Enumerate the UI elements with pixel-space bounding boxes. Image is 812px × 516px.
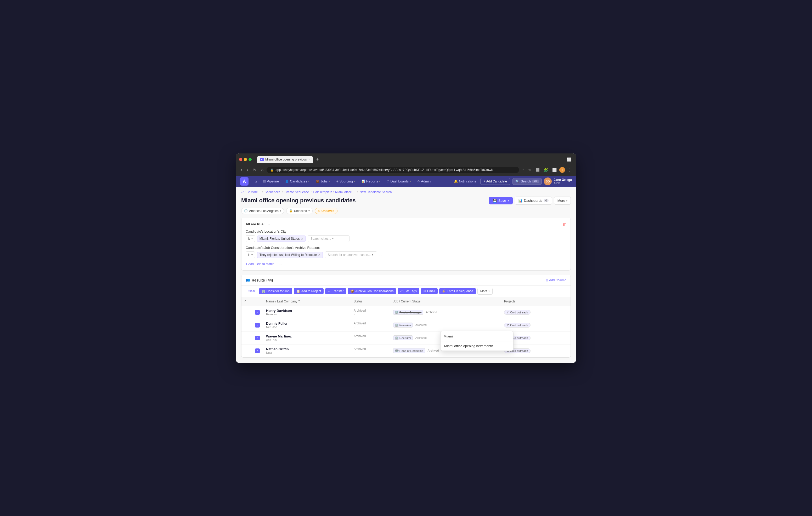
nav-jobs[interactable]: 💼 Jobs ▾ xyxy=(313,176,333,187)
tags-icon: 🏷 xyxy=(400,290,403,293)
row-2-checkbox[interactable]: ✓ xyxy=(255,323,260,328)
dropdown-search-input[interactable] xyxy=(444,334,510,338)
add-to-project-button[interactable]: 📋 Add to Project xyxy=(294,288,324,294)
add-column-button[interactable]: ⊞ Add Column xyxy=(546,278,567,282)
avatar[interactable]: JO xyxy=(544,178,552,185)
address-bar[interactable]: 🔒 app.ashbyhq.com/reports/saved/d5f83984… xyxy=(267,167,519,173)
search-archive-reason-input[interactable]: Search for an archive reason... ▾ xyxy=(325,251,377,258)
archive-job-considerations-button[interactable]: 📦 Archive Job Considerations xyxy=(348,288,396,294)
nav-pipeline[interactable]: ▤ Pipeline xyxy=(260,176,282,187)
job-icon: 🏢 xyxy=(395,310,399,314)
add-field-button[interactable]: + Add Field to Match xyxy=(245,262,274,266)
jobs-icon: 💼 xyxy=(316,180,319,183)
notifications-button[interactable]: 🔔 Notifications xyxy=(452,179,478,184)
row-3-checkbox[interactable]: ✓ xyxy=(255,336,260,340)
sidebar-icon[interactable]: ⬜ xyxy=(551,167,558,173)
close-window-button[interactable] xyxy=(239,158,242,161)
set-tags-button[interactable]: 🏷 Set Tags xyxy=(398,288,419,294)
filter-header-dots[interactable]: ··· xyxy=(267,222,270,226)
enroll-sequence-button[interactable]: ⚡ Enroll in Sequence xyxy=(439,288,476,294)
breadcrumb-more[interactable]: 2 More... xyxy=(248,190,260,194)
unlocked-chip[interactable]: 🔓 Unlocked ▾ xyxy=(286,208,313,214)
back-button[interactable]: ‹ xyxy=(239,166,243,173)
extension-icon[interactable]: 🅰 xyxy=(534,167,541,173)
breadcrumb-edit-template[interactable]: Edit Template • Miami office ... xyxy=(313,190,355,194)
global-search-bar[interactable]: 🔍 Search ⌘K xyxy=(513,178,542,185)
enroll-label: Enroll in Sequence xyxy=(447,290,473,293)
nav-home[interactable]: ⌂ xyxy=(252,176,260,187)
archive-reason-operator-select[interactable]: is ▾ xyxy=(245,251,255,258)
dropdown-item-miami[interactable]: Miami office opening next month xyxy=(440,341,513,351)
tag-icon: 🏷 xyxy=(506,324,509,327)
puzzle-icon[interactable]: 🧩 xyxy=(542,167,550,173)
job-tag[interactable]: 🏢 Recruiter xyxy=(393,335,413,340)
user-info[interactable]: Jane Ortega Acme xyxy=(554,178,572,185)
active-tab[interactable]: A Miami office opening previous × xyxy=(257,156,313,163)
clear-button[interactable]: Clear xyxy=(245,288,257,294)
row-2-num xyxy=(241,318,252,331)
nav-admin[interactable]: ⚙ Admin xyxy=(414,176,434,187)
archive-reason-field-dots[interactable]: ··· xyxy=(322,246,325,250)
forward-button[interactable]: › xyxy=(245,166,250,173)
search-cities-input[interactable]: Search cities... ▾ xyxy=(308,235,349,242)
timezone-chip[interactable]: 🕐 America/Los Angeles ▾ xyxy=(241,208,284,214)
city-operator-select[interactable]: is ▾ xyxy=(245,235,255,242)
refresh-button[interactable]: ↻ xyxy=(252,166,258,174)
notifications-label: Notifications xyxy=(459,180,476,183)
menu-dots-icon[interactable]: ⋮ xyxy=(566,167,573,173)
nav-reports[interactable]: 📊 Reports ▾ xyxy=(358,176,384,187)
candidate-name[interactable]: Henry Davidson xyxy=(266,309,347,313)
app-logo[interactable]: A xyxy=(240,177,249,186)
results-section: 👥 Results (44) ⊞ Add Column Clear 🏢 Cons… xyxy=(241,275,571,358)
job-tag[interactable]: 🏢 Product Manager xyxy=(393,310,423,315)
job-tag[interactable]: 🏢 Recruiter xyxy=(393,323,413,328)
archive-reason-tag-remove-icon[interactable]: × xyxy=(318,253,320,257)
delete-filter-button[interactable]: 🗑 xyxy=(562,222,567,227)
save-button[interactable]: 💾 Save ▾ xyxy=(489,197,513,205)
share-icon[interactable]: ↑ xyxy=(521,167,526,173)
candidate-name[interactable]: Nathan Griffin xyxy=(266,347,347,351)
home-button[interactable]: ⌂ xyxy=(260,166,265,173)
fullscreen-window-button[interactable] xyxy=(249,158,252,161)
archive-row-dots[interactable]: ··· xyxy=(379,253,382,257)
job-tag[interactable]: 🏢 Head of Recruiting xyxy=(393,348,425,353)
candidate-name[interactable]: Wayne Martinez xyxy=(266,334,347,338)
window-minimize-icon[interactable]: ⬜ xyxy=(565,156,573,162)
set-tags-label: Set Tags xyxy=(404,290,416,293)
archive-icon: 📦 xyxy=(350,290,354,293)
breadcrumb-sequences[interactable]: Sequences xyxy=(265,190,281,194)
minimize-window-button[interactable] xyxy=(244,158,247,161)
name-sort-icon[interactable]: ⇅ xyxy=(298,300,301,303)
city-tag-remove-icon[interactable]: × xyxy=(301,237,303,241)
nav-dashboards[interactable]: ⬡ Dashboards ▾ xyxy=(383,176,414,187)
nav-candidates[interactable]: 👤 Candidates ▾ xyxy=(282,176,313,187)
row-4-checkbox[interactable]: ✓ xyxy=(255,348,260,353)
profile-icon[interactable]: T xyxy=(559,167,565,173)
more-button[interactable]: More ▾ xyxy=(554,196,571,205)
bookmark-icon[interactable]: ☆ xyxy=(527,167,533,173)
email-button[interactable]: ✉ Email xyxy=(421,288,438,294)
transfer-button[interactable]: ↔ Transfer xyxy=(325,288,346,294)
breadcrumb-create-sequence[interactable]: Create Sequence xyxy=(285,190,309,194)
status-value: Archived xyxy=(354,334,387,338)
city-row-dots[interactable]: ··· xyxy=(352,237,355,241)
nav-sourcing[interactable]: ◈ Sourcing ▾ xyxy=(333,176,358,187)
toolbar-more-button[interactable]: More ▾ xyxy=(477,288,493,295)
table-row: ✓ Dennis Fuller NetBase Archived - xyxy=(241,318,571,331)
row-1-checkbox[interactable]: ✓ xyxy=(255,310,260,315)
consider-for-job-button[interactable]: 🏢 Consider for Job xyxy=(259,288,292,294)
unsaved-chip[interactable]: ⚠ Unsaved xyxy=(315,208,338,214)
row-3-checkbox-cell: ✓ xyxy=(252,331,263,344)
candidate-name[interactable]: Dennis Fuller xyxy=(266,322,347,326)
tab-close-icon[interactable]: × xyxy=(309,158,310,161)
city-operator-chevron-icon: ▾ xyxy=(252,237,253,240)
new-tab-button[interactable]: + xyxy=(314,156,321,163)
results-table: 4 Name / Last Company ⇅ Status xyxy=(241,297,571,357)
add-field-dots[interactable]: ··· xyxy=(279,262,282,266)
breadcrumb-new-candidate-search[interactable]: New Candidate Search xyxy=(359,190,392,194)
city-field-dots[interactable]: ··· xyxy=(290,230,293,234)
add-candidate-button[interactable]: + Add Candidate xyxy=(480,178,511,185)
breadcrumb-back-icon[interactable]: ↩ xyxy=(241,190,244,194)
candidate-name-cell: Henry Davidson Resolver xyxy=(266,309,347,316)
dashboards-button[interactable]: 📊 Dashboards 0 xyxy=(515,196,552,205)
